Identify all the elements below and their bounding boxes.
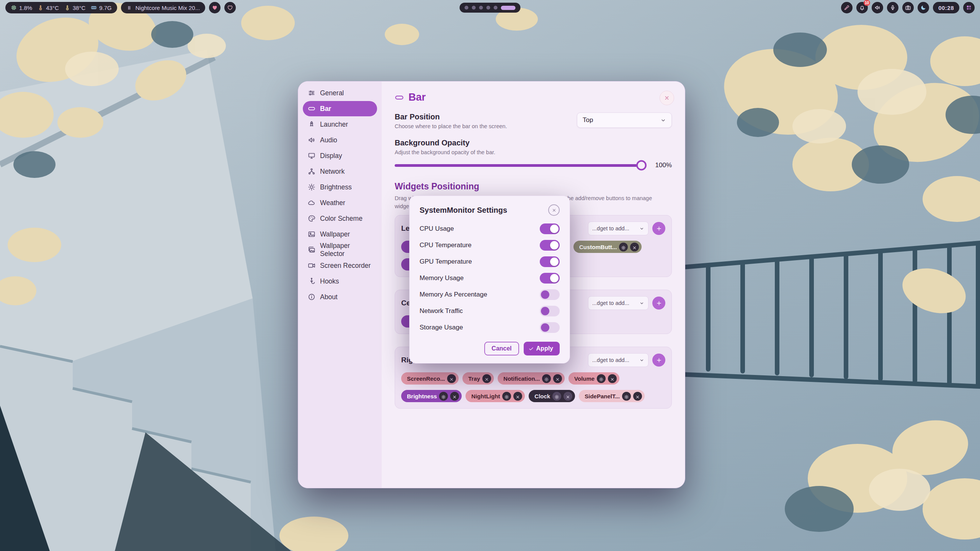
sidebar-item-wallpaper[interactable]: Wallpaper [303, 227, 377, 242]
clock-value: 00:28 [938, 5, 954, 11]
opacity-slider-knob[interactable] [636, 160, 647, 171]
chip-remove-button[interactable] [564, 392, 572, 401]
chip-settings-button[interactable] [502, 392, 511, 401]
widget-chip-custombutt[interactable]: CustomButt... [573, 241, 642, 253]
info-icon [308, 293, 315, 301]
bar-position-text: Bar Position Choose where to place the b… [395, 112, 507, 129]
widget-chip-volume[interactable]: Volume [568, 372, 619, 385]
chip-settings-button[interactable] [439, 392, 448, 401]
chip-remove-button[interactable] [630, 243, 639, 251]
workspace-indicator[interactable] [460, 3, 521, 13]
workspace-dot-2[interactable] [472, 6, 476, 10]
sidebar-item-network[interactable]: Network [303, 164, 377, 179]
gpu-temperature-toggle[interactable] [540, 256, 560, 267]
workspace-dot-1[interactable] [465, 6, 469, 10]
apply-label: Apply [536, 345, 553, 352]
workspace-active[interactable] [501, 6, 516, 10]
bar-position-select[interactable]: Top [577, 112, 672, 128]
network-traffic-toggle[interactable] [540, 306, 560, 316]
sliders-icon [308, 89, 315, 97]
bar-position-setting: Bar Position Choose where to place the b… [395, 112, 672, 129]
background-opacity-description: Adjust the background opacity of the bar… [395, 149, 672, 155]
add-widget-placeholder: ...dget to add... [592, 357, 629, 363]
sidebar-item-screen-recorder[interactable]: Screen Recorder [303, 258, 377, 273]
clock-module[interactable]: 00:28 [933, 2, 959, 13]
toggle-row-memory-usage: Memory Usage [420, 270, 560, 286]
night-light-button[interactable] [918, 2, 929, 13]
cpu-temperature-toggle[interactable] [540, 240, 560, 251]
widget-chip-nightlight[interactable]: NightLight [466, 390, 525, 402]
chip-remove-button[interactable] [513, 392, 522, 401]
toggle-row-memory-as-percentage: Memory As Percentage [420, 286, 560, 303]
add-widget-select[interactable]: ...dget to add... [588, 353, 648, 367]
chip-remove-button[interactable] [553, 374, 562, 383]
toggle-row-cpu-temperature: CPU Temperature [420, 237, 560, 253]
screenshot-button[interactable] [902, 2, 914, 13]
sidebar-item-wallpaper-selector[interactable]: Wallpaper Selector [303, 242, 377, 258]
widget-chip-clock[interactable]: Clock [529, 390, 575, 402]
storage-usage-toggle[interactable] [540, 322, 560, 333]
modal-footer: Cancel Apply [420, 342, 560, 355]
sidebar-item-color-scheme[interactable]: Color Scheme [303, 211, 377, 226]
chip-settings-button[interactable] [622, 392, 631, 401]
sidebar-item-display[interactable]: Display [303, 148, 377, 163]
stat-thermo: 38°C [64, 5, 86, 11]
window-close-button[interactable] [660, 91, 674, 105]
cancel-button[interactable]: Cancel [484, 342, 519, 355]
sidebar-item-general[interactable]: General [303, 85, 377, 101]
chip-settings-button[interactable] [542, 374, 551, 383]
chip-remove-button[interactable] [482, 374, 491, 383]
add-widget-select[interactable]: ...dget to add... [588, 222, 648, 235]
sidebar-item-about[interactable]: About [303, 289, 377, 305]
color-picker-button[interactable] [841, 2, 853, 13]
widget-chip-screenreco[interactable]: ScreenReco... [401, 372, 459, 385]
workspace-dot-5[interactable] [494, 6, 498, 10]
grid-icon [966, 5, 972, 11]
chip-remove-button[interactable] [447, 374, 456, 383]
apply-button[interactable]: Apply [524, 342, 560, 355]
chip-settings-button[interactable] [597, 374, 606, 383]
chip-remove-button[interactable] [633, 392, 642, 401]
widget-chip-label: Volume [574, 375, 595, 382]
sidebar-item-brightness[interactable]: Brightness [303, 179, 377, 195]
chip-settings-button[interactable] [552, 392, 561, 401]
media-favorite-button[interactable] [224, 2, 236, 13]
sidebar-item-bar[interactable]: Bar [303, 101, 377, 116]
bell-icon [859, 5, 865, 11]
memory-as-percentage-toggle[interactable] [540, 289, 560, 300]
sidebar-item-label: General [320, 89, 344, 97]
widget-chip-sidepanelt[interactable]: SidePanelT... [579, 390, 645, 402]
notifications-button[interactable]: 10 [856, 2, 868, 13]
add-widget-button[interactable] [652, 354, 665, 367]
chip-settings-button[interactable] [619, 243, 628, 251]
chip-remove-button[interactable] [608, 374, 617, 383]
notification-badge: 10 [864, 0, 870, 6]
sidebar-item-hooks[interactable]: Hooks [303, 274, 377, 289]
add-widget-button[interactable] [652, 297, 665, 310]
sidebar-item-launcher[interactable]: Launcher [303, 117, 377, 132]
memory-usage-toggle[interactable] [540, 273, 560, 284]
systemmonitor-settings-dialog: SystemMonitor Settings CPU UsageCPU Temp… [409, 196, 570, 364]
media-player-module[interactable]: Nightcore Music Mix 20... [121, 2, 205, 13]
eyedropper-icon [844, 5, 850, 11]
workspace-dot-3[interactable] [479, 6, 483, 10]
add-widget-button[interactable] [652, 222, 665, 235]
widget-chip-brightness[interactable]: Brightness [401, 390, 462, 402]
sidebar-item-audio[interactable]: Audio [303, 132, 377, 148]
media-like-button[interactable] [209, 2, 220, 13]
workspace-dot-4[interactable] [487, 6, 490, 10]
sidebar-item-label: Screen Recorder [320, 262, 371, 270]
app-launcher-button[interactable] [963, 2, 975, 13]
widget-chip-tray[interactable]: Tray [462, 372, 494, 385]
sidebar-item-weather[interactable]: Weather [303, 195, 377, 210]
modal-toggle-list: CPU UsageCPU TemperatureGPU TemperatureM… [420, 220, 560, 336]
modal-close-button[interactable] [548, 204, 560, 216]
chip-remove-button[interactable] [450, 392, 459, 401]
add-widget-select[interactable]: ...dget to add... [588, 296, 648, 310]
moon-icon [920, 5, 926, 11]
opacity-slider[interactable] [395, 164, 646, 167]
volume-button[interactable] [872, 2, 883, 13]
widget-chip-notification[interactable]: Notification... [498, 372, 565, 385]
cpu-usage-toggle[interactable] [540, 223, 560, 234]
microphone-button[interactable] [887, 2, 898, 13]
